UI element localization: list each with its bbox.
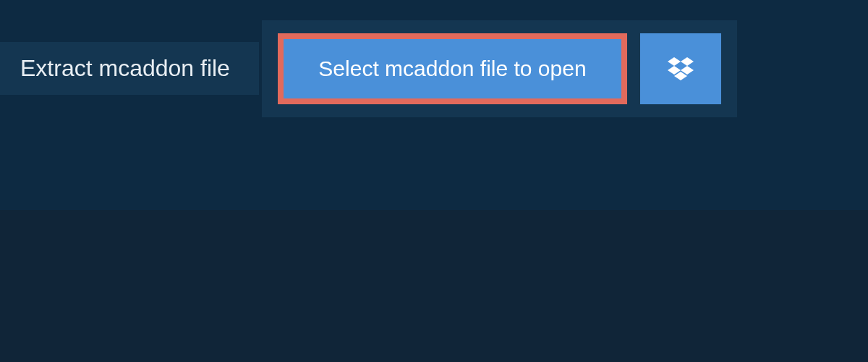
select-file-label: Select mcaddon file to open	[318, 56, 586, 81]
bottom-background-strip	[0, 210, 868, 362]
svg-marker-1	[681, 57, 694, 66]
tab-extract-mcaddon[interactable]: Extract mcaddon file	[0, 42, 259, 95]
tab-label: Extract mcaddon file	[20, 55, 230, 81]
content-panel: Select mcaddon file to open	[262, 20, 736, 117]
dropbox-icon	[666, 54, 695, 83]
svg-marker-0	[668, 57, 681, 66]
dropbox-button[interactable]	[640, 33, 721, 104]
select-file-button[interactable]: Select mcaddon file to open	[278, 33, 626, 104]
